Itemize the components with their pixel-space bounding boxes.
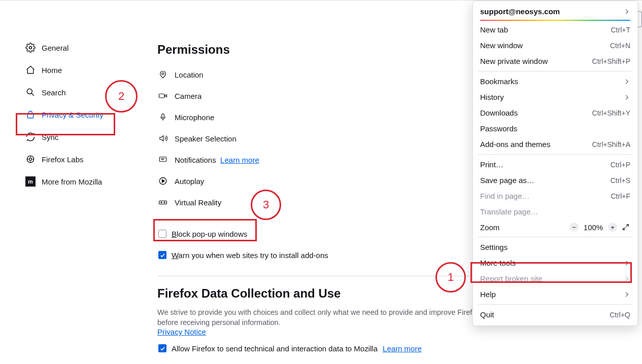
menu-item-settings[interactable]: Settings [473,239,637,255]
menu-item-shortcut: Ctrl+Shift+A [592,140,630,149]
settings-sidebar: General Home Search Privacy & Security S… [0,1,137,364]
menu-item-more-tools[interactable]: More tools [473,255,637,271]
sidebar-item-label: Search [42,88,66,97]
sidebar-item-sync[interactable]: Sync [20,126,127,148]
menu-item-label: Save page as… [480,176,534,185]
svg-point-1 [27,89,32,94]
zoom-value: 100% [583,223,604,232]
sidebar-item-firefox-labs[interactable]: Firefox Labs [20,148,127,170]
menu-item-label: Help [480,290,496,299]
menu-item-shortcut: Ctrl+Shift+P [592,57,630,65]
menu-item-print[interactable]: Print…Ctrl+P [473,157,637,172]
block-popups-checkbox[interactable] [158,230,166,238]
flask-icon [25,154,36,164]
menu-item-shortcut: Ctrl+P [611,161,630,169]
menu-item-quit[interactable]: Quit Ctrl+Q [473,307,637,322]
menu-item-new-tab[interactable]: New tabCtrl+T [473,22,637,38]
chevron-right-icon [623,94,630,101]
zoom-out-button[interactable]: − [569,223,579,232]
svg-line-2 [31,93,34,96]
gear-icon [25,43,36,53]
privacy-notice-link[interactable]: Privacy Notice [157,327,206,336]
sidebar-item-general[interactable]: General [20,37,127,59]
svg-marker-12 [164,95,167,97]
sidebar-item-label: More from Mozilla [42,177,102,186]
svg-point-0 [29,47,32,49]
menu-item-passwords[interactable]: Passwords [473,121,637,136]
menu-item-label: More tools [480,259,516,267]
sidebar-item-more-mozilla[interactable]: m More from Mozilla [20,170,127,193]
autoplay-icon [157,175,168,187]
svg-rect-16 [159,157,166,162]
menu-item-shortcut: Ctrl+N [610,42,630,50]
sidebar-item-label: Firefox Labs [42,155,84,164]
menu-item-label: Add-ons and themes [480,140,550,149]
menu-item-shortcut: Ctrl+T [611,26,631,34]
menu-item-shortcut: Ctrl+Q [610,311,630,319]
camera-icon [157,90,168,101]
menu-item-bookmarks[interactable]: Bookmarks [473,74,637,89]
menu-item-save-page-as[interactable]: Save page as…Ctrl+S [473,172,637,188]
svg-point-23 [164,202,165,203]
menu-item-history[interactable]: History [473,89,637,105]
zoom-in-button[interactable]: + [608,223,617,232]
speaker-selection-icon [157,133,168,144]
sidebar-item-label: General [42,44,69,52]
sidebar-item-label: Home [42,66,62,75]
warn-addons-checkbox[interactable] [158,251,166,259]
svg-rect-3 [27,114,33,118]
menu-zoom-row: Zoom − 100% + [473,220,637,235]
menu-item-add-ons-and-themes[interactable]: Add-ons and themesCtrl+Shift+A [473,136,637,152]
menu-item-help[interactable]: Help [473,286,637,302]
svg-rect-21 [159,201,167,204]
virtual-reality-icon [157,197,168,208]
menu-account[interactable]: support@neosys.com [473,4,637,20]
svg-rect-13 [162,114,164,118]
menu-item-label: History [480,93,504,101]
lock-icon [25,110,36,120]
menu-item-label: New tab [480,25,508,34]
menu-item-downloads[interactable]: DownloadsCtrl+Shift+Y [473,105,637,121]
sidebar-item-home[interactable]: Home [20,59,127,81]
chevron-right-icon [623,260,630,267]
menu-item-new-private-window[interactable]: New private windowCtrl+Shift+P [473,53,637,69]
menu-item-new-window[interactable]: New windowCtrl+N [473,38,637,53]
chevron-right-icon [623,78,630,85]
permission-learn-more-link[interactable]: Learn more [220,156,259,164]
mozilla-icon: m [25,176,36,187]
sidebar-item-label: Sync [42,133,58,141]
menu-item-label: Find in page… [480,192,530,200]
svg-point-10 [162,73,164,75]
menu-item-shortcut: Ctrl+Shift+Y [592,109,630,117]
fullscreen-button[interactable] [621,223,630,232]
sync-icon [25,132,36,142]
svg-line-25 [623,228,626,230]
menu-item-label: Quit [480,310,494,319]
telemetry-learn-more-link[interactable]: Learn more [383,344,422,353]
zoom-label: Zoom [480,223,565,232]
menu-item-report-broken-site: Report broken site [473,271,637,286]
svg-point-5 [29,158,32,161]
chevron-right-icon [623,291,630,298]
svg-point-22 [161,202,162,203]
svg-marker-15 [160,136,163,141]
menu-item-label: Translate page… [480,207,538,216]
menu-item-label: Downloads [480,108,518,117]
notifications-icon [157,154,168,165]
sidebar-item-search[interactable]: Search [20,81,127,103]
menu-item-translate-page: Translate page… [473,204,637,220]
svg-rect-11 [159,94,165,98]
microphone-icon [157,112,168,123]
menu-item-label: Settings [480,243,508,251]
sidebar-item-privacy-security[interactable]: Privacy & Security [20,103,127,126]
app-menu-panel: support@neosys.com New tabCtrl+TNew wind… [472,1,638,326]
menu-item-shortcut: Ctrl+F [611,192,631,200]
account-rainbow-divider [480,20,630,21]
menu-item-label: Bookmarks [480,77,518,86]
telemetry-checkbox[interactable] [158,344,166,352]
menu-item-label: Report broken site [480,274,543,283]
menu-item-find-in-page: Find in page…Ctrl+F [473,188,637,204]
menu-item-label: New window [480,41,523,50]
svg-marker-20 [162,179,165,183]
sidebar-item-label: Privacy & Security [42,111,104,119]
